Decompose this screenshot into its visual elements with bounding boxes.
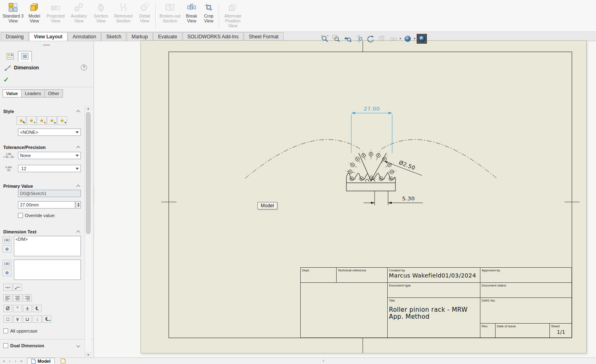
alternate-position-view-button[interactable]: Alternate Position View	[221, 1, 245, 29]
tab-sheet-format[interactable]: Sheet Format	[244, 32, 283, 41]
expand-chevron-icon[interactable]	[76, 344, 80, 348]
delete-style-button[interactable]: ★×	[37, 116, 47, 125]
tolerance-dropdown[interactable]: None	[18, 152, 81, 159]
center-dimension-button[interactable]: ⊗	[2, 245, 11, 253]
secondary-text-box[interactable]	[14, 260, 81, 280]
last-sheet-button[interactable]: »	[19, 359, 24, 363]
collapse-chevron-icon[interactable]	[76, 231, 80, 235]
model-sheet-tab[interactable]: Model	[27, 358, 55, 364]
panel-grip[interactable]	[43, 44, 50, 46]
add-parenthesis-button[interactable]: (⊕)	[2, 236, 11, 244]
hide-show-caret-icon[interactable]: ▾	[400, 37, 401, 40]
style-preset-dropdown[interactable]: <NONE>	[18, 129, 81, 136]
tab-evaluate[interactable]: Evaluate	[153, 32, 182, 41]
justify-center-button[interactable]	[13, 294, 22, 302]
override-value-checkbox-row[interactable]: Override value:	[18, 213, 56, 218]
panel-scrollbar[interactable]: ▲ ▼	[85, 105, 91, 357]
broken-out-section-button[interactable]: Broken-out Section	[157, 1, 183, 24]
section-view-button[interactable]	[354, 34, 364, 44]
standard-3-view-button[interactable]: Standard 3 View	[2, 1, 25, 24]
tab-leaders[interactable]: Leaders	[21, 89, 45, 98]
propertymanager-tab[interactable]	[3, 51, 17, 62]
square-symbol-button[interactable]: □	[3, 315, 12, 323]
justify-left-button[interactable]	[3, 294, 12, 302]
more-symbols-button[interactable]: ℄+	[42, 315, 51, 323]
counterbore-symbol-button[interactable]: ⊔	[23, 315, 32, 323]
tab-other[interactable]: Other	[45, 89, 63, 98]
next-sheet-button[interactable]: ›	[13, 359, 18, 363]
load-style-button[interactable]: ★▸	[47, 116, 57, 125]
projected-view-button[interactable]: Projected View	[44, 1, 67, 24]
view-orientation-caret-icon[interactable]: ▾	[414, 37, 415, 40]
value-spinner[interactable]	[76, 201, 81, 209]
collapse-chevron-icon[interactable]	[76, 185, 80, 189]
pane-split-handle[interactable]: ‹	[323, 358, 324, 363]
hide-show-items-button[interactable]	[388, 34, 398, 44]
center-dimension-button-2[interactable]: ⊗	[2, 269, 11, 276]
centerline-symbol-button[interactable]: ℄	[33, 305, 42, 312]
tab-value[interactable]: Value	[2, 89, 22, 98]
degree-symbol-button[interactable]: °	[13, 305, 22, 312]
spin-down-icon[interactable]	[77, 205, 80, 207]
diameter-symbol-button[interactable]: Ø	[3, 305, 12, 312]
drawing-viewport[interactable]: 27.00 Ø2.50 5.30	[94, 41, 596, 357]
tab-markup[interactable]: Markup	[127, 32, 153, 41]
removed-section-button[interactable]: Removed Section	[112, 1, 135, 24]
depth-symbol-button[interactable]: ↓	[33, 315, 42, 323]
diameter-dimension-text[interactable]: Ø2.50	[398, 159, 416, 171]
save-style-button[interactable]: ★▾	[57, 116, 67, 125]
detail-view-button[interactable]: Detail View	[136, 1, 154, 24]
drawing-sheet[interactable]: 27.00 Ø2.50 5.30	[141, 41, 586, 353]
leader-style-button[interactable]	[13, 284, 22, 291]
add-sheet-button[interactable]	[60, 358, 66, 364]
view-orientation-button[interactable]	[402, 34, 413, 44]
rotate-view-button[interactable]	[365, 34, 375, 44]
pitch-dimension[interactable]: 5.30	[364, 191, 423, 205]
all-uppercase-checkbox-row[interactable]: All uppercase	[3, 328, 38, 333]
dual-dimension-checkbox[interactable]	[3, 343, 8, 348]
width-dimension[interactable]: 27.00	[351, 106, 392, 153]
collapse-chevron-icon[interactable]	[76, 110, 80, 114]
previous-sheet-button[interactable]: ‹	[7, 359, 12, 363]
auxiliary-view-button[interactable]: Auxiliary View	[67, 1, 90, 24]
scroll-down-button[interactable]: ▼	[85, 352, 92, 357]
tab-drawing[interactable]: Drawing	[1, 32, 29, 41]
tab-sketch[interactable]: Sketch	[101, 32, 126, 41]
dimension-value-field[interactable]: 27.00mm	[18, 201, 75, 209]
all-uppercase-checkbox[interactable]	[3, 328, 8, 333]
collapse-chevron-icon[interactable]	[76, 146, 80, 150]
dimension-value-insert-button[interactable]: +x+	[3, 284, 12, 291]
dimension-name-field[interactable]: D0@Sketch1	[18, 190, 81, 197]
break-view-button[interactable]: Break View	[183, 1, 200, 24]
tab-view-layout[interactable]: View Layout	[29, 32, 67, 41]
crop-view-button[interactable]: Crop View	[201, 1, 217, 24]
dual-dimension-row[interactable]: Dual Dimension	[3, 343, 44, 348]
edit-appearance-button[interactable]	[417, 34, 427, 44]
first-sheet-button[interactable]: «	[2, 359, 7, 363]
section-view-button[interactable]: Section View	[91, 1, 111, 24]
spin-up-icon[interactable]	[77, 203, 80, 204]
help-icon[interactable]: ?	[81, 64, 87, 71]
plus-minus-symbol-button[interactable]: ±	[23, 305, 32, 312]
zoom-to-fit-button[interactable]	[319, 34, 330, 44]
width-dimension-text[interactable]: 27.00	[364, 106, 380, 112]
set-default-style-button[interactable]: ★✎	[16, 116, 26, 125]
add-parenthesis-button-2[interactable]: (⊕)	[2, 260, 11, 267]
countersink-symbol-button[interactable]: ∨	[13, 315, 22, 323]
previous-view-button[interactable]	[342, 34, 353, 44]
pitch-dimension-text[interactable]: 5.30	[402, 195, 415, 202]
tab-solidworks-add-ins[interactable]: SOLIDWORKS Add-Ins	[183, 32, 243, 41]
justify-right-button[interactable]	[23, 294, 32, 302]
precision-dropdown[interactable]: .12	[18, 165, 81, 172]
scrollbar-thumb[interactable]	[86, 112, 91, 234]
model-view-button[interactable]: Model View	[25, 1, 44, 24]
add-style-button[interactable]: ★+	[27, 116, 36, 125]
dimension-text-box[interactable]: <DIM>	[14, 236, 81, 256]
zoom-to-area-button[interactable]	[331, 34, 341, 44]
confirm-button[interactable]: ✓	[3, 75, 9, 84]
configuration-tab[interactable]	[18, 51, 32, 62]
override-checkbox[interactable]	[18, 213, 23, 218]
display-style-button[interactable]	[377, 34, 387, 44]
tab-annotation[interactable]: Annotation	[68, 32, 101, 41]
scroll-up-button[interactable]: ▲	[85, 105, 92, 111]
